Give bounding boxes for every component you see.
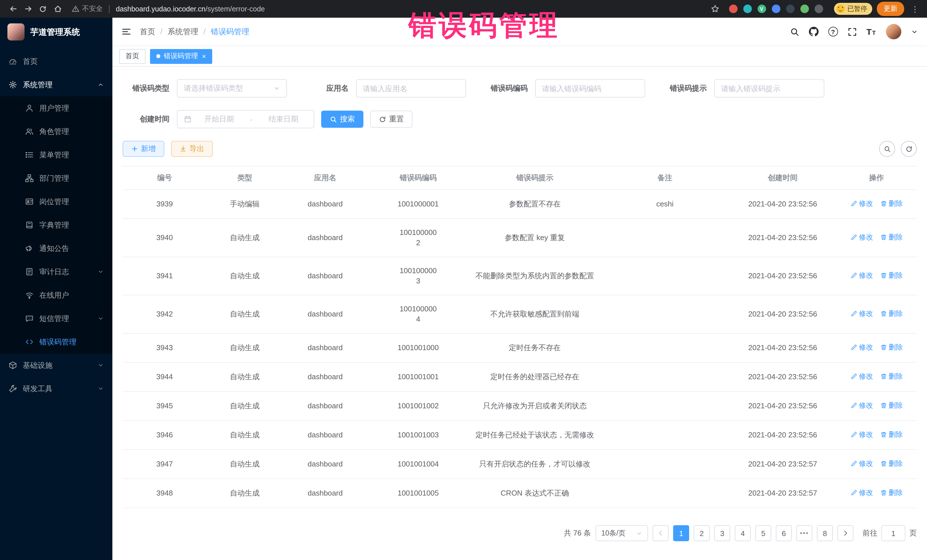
extension-icon[interactable] [743,5,752,13]
show-search-button[interactable] [879,141,895,157]
list-icon [25,150,33,159]
delete-link[interactable]: 删除 [880,400,903,411]
edit-link[interactable]: 修改 [850,458,873,469]
more-pages-icon[interactable]: ••• [796,525,812,541]
breadcrumb-home[interactable]: 首页 [140,27,155,37]
cell-message: 参数配置不存在 [469,190,601,219]
page-button-3[interactable]: 3 [714,525,730,541]
tab-home[interactable]: 首页 [119,49,146,64]
goto-page-input[interactable] [881,525,905,541]
update-button[interactable]: 更新 [877,2,904,16]
app-logo[interactable]: 芋道管理系统 [0,18,112,46]
sidebar-item-role-management[interactable]: 角色管理 [0,120,112,143]
delete-link[interactable]: 删除 [880,458,903,469]
add-button[interactable]: 新增 [123,141,164,157]
page-button-8[interactable]: 8 [817,525,833,541]
plus-icon [131,146,138,152]
extension-icon[interactable] [800,5,808,13]
font-size-icon[interactable]: TT [866,27,876,36]
sidebar-item-system-management[interactable]: 系统管理 [0,73,112,96]
next-page-button[interactable] [837,525,853,541]
edit-link[interactable]: 修改 [850,371,873,381]
sidebar-item-notice[interactable]: 通知公告 [0,237,112,260]
user-avatar[interactable] [886,24,901,39]
error-type-select[interactable]: 请选择错误码类型 [177,79,287,97]
extension-icon[interactable] [786,5,794,13]
delete-link[interactable]: 删除 [880,270,903,281]
breadcrumb-system[interactable]: 系统管理 [168,27,199,37]
prev-page-button[interactable] [653,525,669,541]
page-button-6[interactable]: 6 [776,525,792,541]
search-button[interactable]: 搜索 [321,111,363,128]
delete-link[interactable]: 删除 [880,308,903,319]
app-name-input[interactable] [356,79,466,97]
page-button-1[interactable]: 1 [673,525,689,541]
sidebar-item-infrastructure[interactable]: 基础设施 [0,354,112,377]
edit-link[interactable]: 修改 [850,232,873,242]
table-row: 3942自动生成dashboard1001000004不允许获取敏感配置到前端2… [123,295,917,333]
page-button-5[interactable]: 5 [755,525,771,541]
delete-link[interactable]: 删除 [880,232,903,242]
github-icon[interactable] [808,27,818,36]
page-button-2[interactable]: 2 [694,525,710,541]
error-code-input[interactable] [535,79,645,97]
sidebar-item-menu-management[interactable]: 菜单管理 [0,143,112,167]
sidebar-item-audit-log[interactable]: 审计日志 [0,260,112,284]
export-button[interactable]: 导出 [171,141,213,157]
table-row: 3943自动生成dashboard1001001000定时任务不存在2021-0… [123,333,917,363]
fullscreen-icon[interactable] [847,27,857,36]
edit-link[interactable]: 修改 [850,342,873,352]
reset-button[interactable]: 重置 [370,111,412,128]
close-tab-icon[interactable]: × [202,53,206,59]
download-icon [180,146,187,152]
sidebar-item-error-code-management[interactable]: 错误码管理 [0,330,112,354]
delete-link[interactable]: 删除 [880,487,903,498]
error-msg-input[interactable] [714,79,824,97]
sidebar-item-dev-tools[interactable]: 研发工具 [0,377,112,400]
delete-link[interactable]: 删除 [880,342,903,352]
page-size-select[interactable]: 10条/页 [596,525,648,541]
refresh-table-button[interactable] [901,141,917,157]
edit-link[interactable]: 修改 [850,400,873,411]
bookmark-star-icon[interactable] [708,2,722,16]
extension-icon[interactable] [815,5,823,13]
browser-home-icon[interactable] [50,2,65,16]
cell-app: dashboard [283,450,368,479]
collapse-sidebar-icon[interactable] [122,27,131,36]
sidebar-item-post-management[interactable]: 岗位管理 [0,190,112,213]
security-chip[interactable]: 不安全 [72,4,103,14]
megaphone-icon [25,244,33,253]
delete-link[interactable]: 删除 [880,371,903,381]
delete-link[interactable]: 删除 [880,429,903,440]
date-range-picker[interactable]: 开始日期 - 结束日期 [177,110,314,128]
extension-icon[interactable] [729,5,737,13]
edit-link[interactable]: 修改 [850,308,873,319]
edit-link[interactable]: 修改 [850,487,873,498]
extension-icon[interactable] [772,5,780,13]
browser-reload-icon[interactable] [35,2,50,16]
sidebar-item-user-management[interactable]: 用户管理 [0,96,112,120]
chevron-down-icon[interactable] [911,28,918,35]
browser-forward-icon[interactable] [21,2,35,16]
sidebar-item-home[interactable]: 首页 [0,50,112,73]
edit-link[interactable]: 修改 [850,429,873,440]
paused-badge[interactable]: 已暂停 [834,3,872,15]
sidebar-item-sms-management[interactable]: 短信管理 [0,307,112,330]
create-time-label: 创建时间 [123,114,169,124]
tab-error-code[interactable]: 错误码管理 × [150,49,212,64]
search-icon[interactable] [790,27,799,36]
url-text[interactable]: dashboard.yudao.iocoder.cn/system/error-… [116,5,265,13]
extension-icon[interactable]: V [757,5,766,13]
edit-link[interactable]: 修改 [850,199,873,209]
help-icon[interactable]: ? [828,27,838,36]
sidebar-item-dict-management[interactable]: 字典管理 [0,213,112,237]
cell-app: dashboard [283,190,368,219]
page-button-4[interactable]: 4 [735,525,751,541]
sidebar-item-dept-management[interactable]: 部门管理 [0,167,112,190]
browser-menu-icon[interactable]: ⋮ [909,4,921,14]
delete-link[interactable]: 删除 [880,199,903,209]
edit-link[interactable]: 修改 [850,270,873,281]
sidebar-item-online-users[interactable]: 在线用户 [0,284,112,307]
browser-back-icon[interactable] [6,2,21,16]
table-row: 3944自动生成dashboard1001001001定时任务的处理器已经存在2… [123,363,917,392]
